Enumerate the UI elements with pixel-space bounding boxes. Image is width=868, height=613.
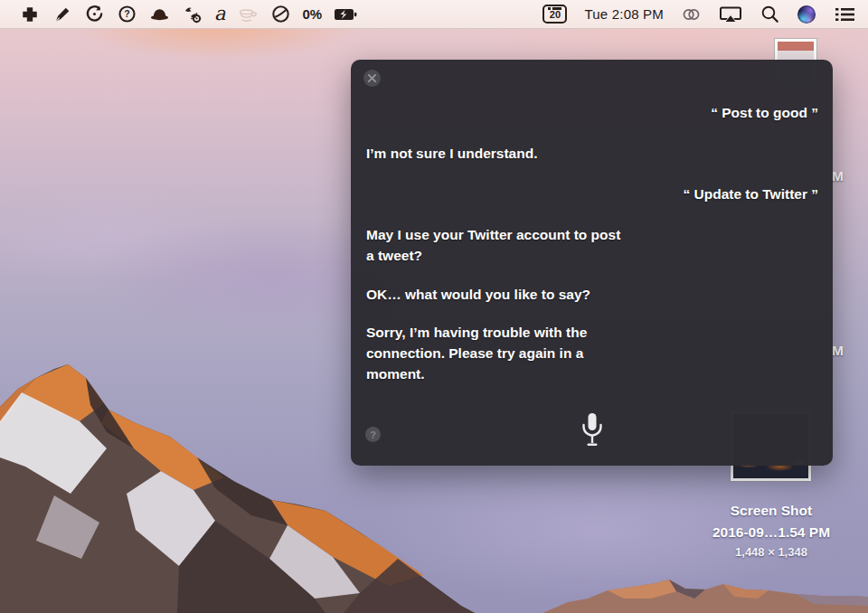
microphone-button[interactable] [577,410,608,454]
plus-icon[interactable] [19,4,40,24]
siri-response: I’m not sure I understand. [366,143,537,164]
calendar-day-label: 20 [550,9,561,20]
battery-charging-icon[interactable] [334,4,358,24]
battery-percent-label: 0% [303,6,323,22]
menu-bar-left-group: ? a [19,4,358,24]
circled-question-icon[interactable]: ? [117,4,137,24]
file-name-line2: 2016-09…1.54 PM [685,522,857,543]
circle-chord-icon[interactable] [270,4,291,24]
desktop: M M Screen Shot 2016-09…1.54 PM 1,448 × … [0,0,868,613]
user-transcript: “ Update to Twitter ” [683,184,818,204]
siri-icon[interactable] [797,5,816,24]
desktop-icon-label-partial[interactable]: M [832,343,844,359]
menu-bar-clock[interactable]: Tue 2:08 PM [584,6,664,22]
close-icon [368,74,376,82]
file-dimensions: 1,448 × 1,348 [685,543,857,561]
menu-bar-right-group: 20 Tue 2:08 PM [542,4,856,24]
file-name-line1: Screen Shot [685,500,857,522]
automation-gear-icon[interactable] [182,4,203,24]
close-button[interactable] [363,70,381,87]
desktop-icon-label-partial[interactable]: M [832,168,844,184]
microphone-icon [579,411,606,453]
siri-window: “ Post to good ” I’m not sure I understa… [351,60,833,466]
menu-bar: ? a [0,0,868,29]
desktop-icon-label[interactable]: Screen Shot 2016-09…1.54 PM 1,448 × 1,34… [685,500,857,561]
calendar-icon[interactable]: 20 [542,5,567,24]
siri-response: Sorry, I’m having trouble with the conne… [366,322,630,384]
coffee-cup-icon[interactable] [238,4,259,24]
svg-text:?: ? [124,8,129,19]
airplay-icon[interactable] [719,4,742,24]
spotlight-icon[interactable] [760,4,780,24]
help-button[interactable]: ? [365,427,381,442]
siri-response: May I use your Twitter account to post a… [366,224,630,266]
notification-list-icon[interactable] [833,4,856,24]
bowler-hat-icon[interactable] [149,4,170,24]
script-a-icon[interactable]: a [214,5,226,24]
linked-rings-icon[interactable] [681,4,702,24]
user-transcript: “ Post to good ” [711,102,818,123]
history-icon[interactable] [84,4,105,24]
siri-response: OK… what would you like to say? [366,284,590,305]
pen-icon[interactable] [52,4,72,24]
